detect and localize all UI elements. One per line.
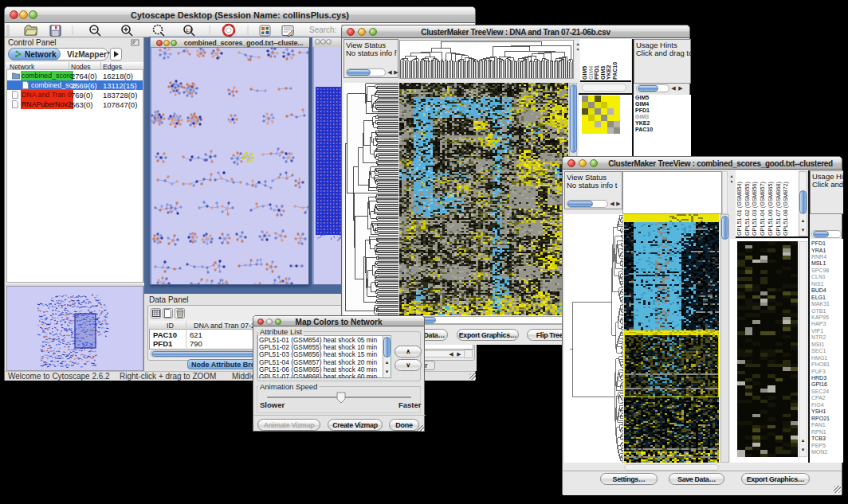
svg-text:1:1: 1:1 xyxy=(186,28,192,33)
svg-text:GPL51-01 (GSM854): GPL51-01 (GSM854) xyxy=(736,182,743,236)
svg-text:GPL51-03 (GSM856): GPL51-03 (GSM856) xyxy=(751,182,758,236)
svg-text:YKE2: YKE2 xyxy=(606,65,611,80)
svg-text:PFD1: PFD1 xyxy=(594,65,599,80)
svg-text:GPL51-06 (GSM865): GPL51-06 (GSM865) xyxy=(767,182,774,236)
svg-text:GPL51-04 (GSM857): GPL51-04 (GSM857) xyxy=(759,182,766,236)
svg-text:GIM5: GIM5 xyxy=(582,66,587,80)
svg-text:Search:: Search: xyxy=(309,25,336,34)
svg-text:GPL51-02 (GSM855): GPL51-02 (GSM855) xyxy=(744,182,751,236)
svg-text:GIM4: GIM4 xyxy=(588,66,594,80)
svg-text:GPL51-08 (GSM872): GPL51-08 (GSM872) xyxy=(782,182,789,236)
svg-text:GPL51-07 (GSM868): GPL51-07 (GSM868) xyxy=(775,182,782,236)
svg-text:GIM3: GIM3 xyxy=(600,66,606,80)
svg-text:PAC10: PAC10 xyxy=(612,62,618,80)
